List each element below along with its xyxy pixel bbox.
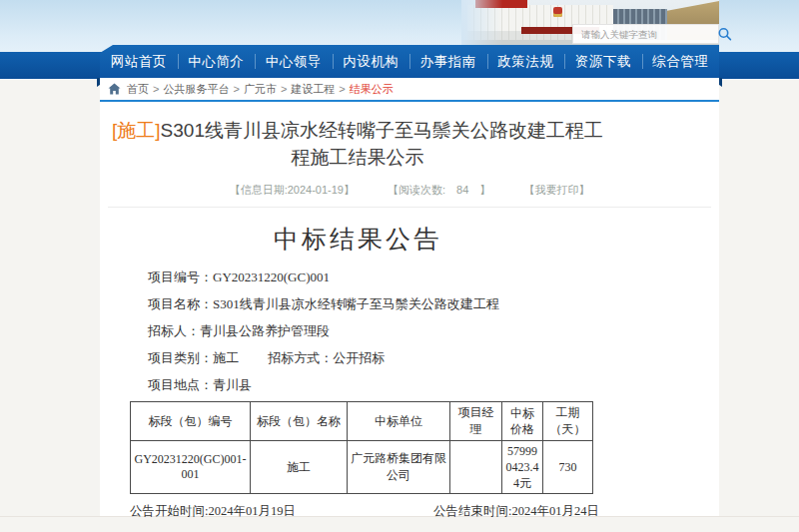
breadcrumb: 首页 > 公共服务平台 > 广元市 > 建设工程 > 结果公示: [100, 78, 719, 102]
main-navigation: 网站首页 中心简介 中心领导 内设机构 办事指南 政策法规 资源下载 综合管理: [100, 45, 719, 78]
cell-bid-price: 579990423.44元: [502, 441, 543, 494]
search-icon[interactable]: [717, 27, 733, 41]
announce-end-time: 公告结束时间:2024年01月24日: [433, 503, 599, 520]
meta-read-count: 【阅读次数: 84 】: [388, 184, 490, 196]
field-project-name: 项目名称：S301线青川县凉水经转嘴子至马鬃关公路改建工程: [148, 290, 719, 317]
home-icon[interactable]: [108, 83, 121, 95]
nav-item-label: 内设机构: [343, 53, 399, 71]
nav-item-management[interactable]: 综合管理: [642, 45, 720, 78]
breadcrumb-current: 结果公示: [350, 82, 394, 97]
col-project-manager: 项目经理: [450, 402, 502, 441]
nav-ribbon-tail-left: [0, 52, 106, 79]
nav-item-label: 综合管理: [652, 53, 708, 71]
search-input[interactable]: [573, 29, 717, 40]
field-label: 项目名称：: [148, 296, 213, 311]
nav-item-label: 政策法规: [497, 53, 553, 71]
search-bar: [572, 24, 719, 44]
nav-ribbon-tail-right: [713, 52, 799, 79]
breadcrumb-separator: >: [281, 83, 287, 95]
breadcrumb-separator: >: [339, 83, 345, 95]
nav-item-label: 办事指南: [420, 53, 476, 71]
nav-item-label: 中心领导: [266, 53, 322, 71]
field-value: 青川县公路养护管理段: [200, 323, 330, 338]
breadcrumb-construction[interactable]: 建设工程: [291, 82, 335, 97]
table-row: GY20231220(GC)001-001 施工 广元路桥集团有限公司 5799…: [131, 441, 593, 494]
article-meta-bar: 【信息日期:2024-01-19】 【阅读次数: 84 】 【我要打印】: [100, 183, 719, 198]
table-header-row: 标段（包）编号 标段（包）名称 中标单位 项目经理 中标价格 工期（天）: [131, 402, 593, 441]
page-title: [施工]S301线青川县凉水经转嘴子至马鬃关公路改建工程工程施工结果公示: [108, 117, 607, 171]
cell-winning-bidder: 广元路桥集团有限公司: [348, 441, 450, 494]
nav-item-label: 资源下载: [575, 53, 631, 71]
col-duration: 工期（天）: [543, 402, 593, 441]
title-category-tag: [施工]: [112, 120, 161, 141]
breadcrumb-guangyuan[interactable]: 广元市: [244, 82, 277, 97]
nav-item-policies[interactable]: 政策法规: [487, 45, 565, 78]
nav-item-center-intro[interactable]: 中心简介: [178, 45, 256, 78]
col-winning-bidder: 中标单位: [348, 402, 450, 441]
project-fields: 项目编号：GY20231220(GC)001 项目名称：S301线青川县凉水经转…: [148, 264, 719, 398]
announce-start-time: 公告开始时间:2024年01月19日: [130, 503, 296, 520]
cell-section-number: GY20231220(GC)001-001: [131, 441, 251, 494]
breadcrumb-separator: >: [233, 83, 239, 95]
col-bid-price: 中标价格: [502, 402, 543, 441]
nav-item-departments[interactable]: 内设机构: [333, 45, 410, 78]
breadcrumb-home[interactable]: 首页: [127, 82, 149, 97]
nav-item-service-guide[interactable]: 办事指南: [409, 45, 487, 78]
field-value: GY20231220(GC)001: [213, 269, 330, 284]
meta-info-date: 【信息日期:2024-01-19】: [230, 184, 355, 196]
field-value: 公开招标: [333, 350, 385, 365]
content-card: 首页 > 公共服务平台 > 广元市 > 建设工程 > 结果公示 [施工]S301…: [100, 78, 719, 516]
field-project-number: 项目编号：GY20231220(GC)001: [148, 264, 719, 290]
nav-item-center-leaders[interactable]: 中心领导: [255, 45, 333, 78]
field-location: 项目地点：青川县: [148, 371, 719, 398]
cell-section-name: 施工: [251, 441, 348, 494]
field-label: 项目地点：: [148, 377, 213, 392]
field-label: 招标方式：: [268, 350, 333, 365]
field-label: 招标人：: [148, 323, 200, 338]
cell-duration: 730: [543, 441, 593, 494]
title-text: S301线青川县凉水经转嘴子至马鬃关公路改建工程工程施工结果公示: [161, 120, 603, 168]
field-label: 项目类别：: [148, 350, 213, 365]
bid-result-table: 标段（包）编号 标段（包）名称 中标单位 项目经理 中标价格 工期（天） GY2…: [130, 401, 593, 494]
field-category-and-method: 项目类别：施工 招标方式：公开招标: [148, 344, 719, 371]
field-value: 施工: [213, 350, 239, 365]
nav-item-label: 中心简介: [188, 53, 244, 71]
field-label: 项目编号：: [148, 269, 213, 284]
nav-item-home[interactable]: 网站首页: [100, 45, 178, 78]
article: [施工]S301线青川县凉水经转嘴子至马鬃关公路改建工程工程施工结果公示 【信息…: [100, 104, 719, 532]
breadcrumb-public-service[interactable]: 公共服务平台: [163, 82, 229, 97]
field-value: S301线青川县凉水经转嘴子至马鬃关公路改建工程: [213, 296, 499, 311]
nav-item-label: 网站首页: [111, 53, 167, 71]
notice-heading: 中标结果公告: [108, 223, 607, 256]
announcement-times: 公告开始时间:2024年01月19日 公告结束时间:2024年01月24日: [130, 503, 599, 520]
breadcrumb-separator: >: [153, 83, 159, 95]
cell-project-manager: [450, 441, 502, 494]
col-section-number: 标段（包）编号: [131, 402, 251, 441]
nav-item-downloads[interactable]: 资源下载: [564, 45, 642, 78]
print-button[interactable]: 【我要打印】: [523, 184, 589, 196]
meta-divider: [108, 207, 711, 208]
field-value: 青川县: [213, 377, 252, 392]
col-section-name: 标段（包）名称: [251, 402, 348, 441]
field-tenderer: 招标人：青川县公路养护管理段: [148, 317, 719, 344]
